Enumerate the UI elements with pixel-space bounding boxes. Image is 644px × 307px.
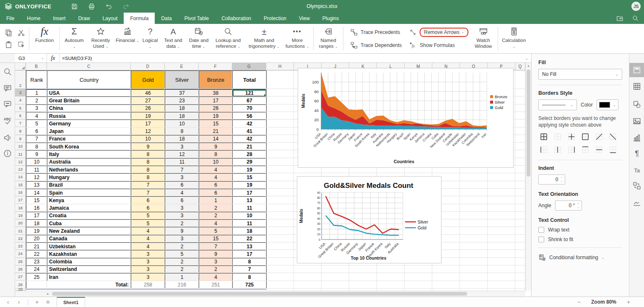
row-header-19[interactable]: 19: [15, 212, 26, 219]
border-outside-icon[interactable]: [580, 132, 591, 142]
table-cell[interactable]: 22: [26, 250, 47, 258]
row-header-10[interactable]: 10: [15, 143, 26, 150]
table-cell[interactable]: 6: [131, 197, 165, 204]
row-header-22[interactable]: 22: [15, 235, 26, 242]
table-cell[interactable]: 8: [199, 151, 233, 158]
border-right-icon[interactable]: [566, 145, 577, 155]
table-header-gold[interactable]: Gold: [131, 71, 165, 89]
paragraph-settings-icon[interactable]: ¶: [632, 149, 641, 158]
table-cell[interactable]: 12: [131, 127, 165, 135]
table-cell[interactable]: 4: [131, 227, 165, 235]
vertical-scroll-thumb[interactable]: [527, 70, 530, 177]
table-cell[interactable]: Kenya: [47, 197, 131, 204]
scroll-up-icon[interactable]: ▲: [526, 64, 531, 67]
table-cell[interactable]: 21: [26, 242, 47, 250]
table-row[interactable]: 22Kazakhstan35917: [26, 250, 267, 258]
table-cell[interactable]: 2: [165, 258, 199, 265]
logical-button[interactable]: ?Logical ⌄: [140, 26, 160, 52]
date-and-time-button[interactable]: Date and time ⌄: [187, 26, 211, 52]
table-cell[interactable]: 26: [199, 104, 233, 112]
table-cell[interactable]: 15: [233, 174, 267, 181]
table-row[interactable]: 9Italy812828: [26, 151, 267, 158]
table-cell[interactable]: 18: [165, 104, 199, 112]
horizontal-scrollbar[interactable]: ◄: [15, 291, 525, 297]
stacked-area-chart[interactable]: 020406080100USAGreat BritainChinaRussiaG…: [298, 68, 514, 168]
table-cell[interactable]: 18: [233, 227, 267, 235]
wrap-text-checkbox[interactable]: [538, 227, 544, 233]
table-cell[interactable]: Russia: [47, 112, 131, 120]
select-all-corner[interactable]: [15, 63, 26, 70]
table-cell[interactable]: Switzerland: [47, 265, 131, 273]
chat-icon[interactable]: [3, 99, 12, 109]
angle-stepper[interactable]: 0 ° ⌃⌄: [555, 200, 582, 211]
table-cell[interactable]: 8: [165, 127, 199, 135]
shape-settings-icon[interactable]: [632, 100, 641, 109]
pivot-table-settings-icon[interactable]: [632, 181, 641, 190]
table-cell[interactable]: 42: [233, 120, 267, 127]
table-cell[interactable]: 5: [131, 212, 165, 219]
border-inside-horizontal-icon[interactable]: [594, 145, 605, 155]
table-header-total[interactable]: Total: [233, 71, 267, 89]
border-diagonal-up-icon[interactable]: [594, 132, 605, 142]
table-cell[interactable]: 70: [233, 104, 267, 112]
table-cell[interactable]: 12: [165, 151, 199, 158]
table-cell[interactable]: 3: [131, 265, 165, 273]
column-header-c[interactable]: C: [47, 63, 131, 70]
table-cell[interactable]: 10: [165, 120, 199, 127]
row-header-2[interactable]: 2: [15, 70, 26, 89]
tab-data[interactable]: Data: [155, 13, 178, 24]
table-cell[interactable]: 5: [165, 250, 199, 258]
table-cell[interactable]: China: [47, 104, 131, 112]
sheet-list-button[interactable]: ≡: [42, 299, 53, 305]
name-box[interactable]: G3⌄: [15, 54, 47, 62]
table-cell[interactable]: Germany: [47, 120, 131, 127]
table-row[interactable]: 20Canada431522: [26, 235, 267, 242]
table-cell[interactable]: Uzbekistan: [47, 242, 131, 250]
table-cell[interactable]: 3: [165, 174, 199, 181]
table-cell[interactable]: 1: [199, 197, 233, 204]
row-header-13[interactable]: 13: [15, 166, 26, 173]
undo-icon[interactable]: [105, 3, 112, 10]
row-header-21[interactable]: 21: [15, 227, 26, 234]
table-cell[interactable]: Jamaica: [47, 204, 131, 212]
table-cell[interactable]: 3: [131, 250, 165, 258]
table-cell[interactable]: 11: [165, 158, 199, 166]
spellcheck-icon[interactable]: ABC: [3, 116, 12, 125]
table-cell[interactable]: 23: [26, 258, 47, 265]
table-row[interactable]: 14Spain74617: [26, 189, 267, 196]
more-functions-button[interactable]: •••More functions ⌄: [284, 26, 310, 52]
column-header-f[interactable]: F: [199, 63, 232, 70]
redo-icon[interactable]: [122, 3, 130, 10]
table-cell[interactable]: 28: [233, 151, 267, 158]
row-header-27[interactable]: 27: [15, 273, 26, 281]
table-cell[interactable]: 2: [199, 265, 233, 273]
border-color-select[interactable]: ⌄: [597, 99, 618, 110]
table-row[interactable]: 23Colombia3238: [26, 258, 267, 265]
insert-function-button[interactable]: fx: [47, 54, 60, 62]
tab-protection[interactable]: Protection: [257, 13, 293, 24]
row-header-4[interactable]: 4: [15, 96, 26, 104]
table-cell[interactable]: 10: [233, 212, 267, 219]
trace-precedents-button[interactable]: Trace Precedents: [350, 27, 402, 37]
table-cell[interactable]: 8: [233, 273, 267, 281]
table-cell[interactable]: 7: [199, 242, 233, 250]
table-row[interactable]: 5Germany17101542: [26, 120, 267, 127]
formula-input[interactable]: =SUM(D3:F3): [60, 54, 522, 62]
chart-settings-icon[interactable]: [632, 133, 641, 143]
lookup-and-reference-button[interactable]: Lookup and reference ⌄: [212, 26, 244, 52]
table-cell[interactable]: 7: [26, 135, 47, 143]
open-file-location-icon[interactable]: [616, 15, 623, 22]
table-row[interactable]: 17Croatia53210: [26, 212, 267, 219]
shrink-to-fit-checkbox[interactable]: [538, 237, 544, 242]
search-icon[interactable]: [3, 67, 12, 76]
row-header-25[interactable]: 25: [15, 258, 26, 265]
table-cell[interactable]: Great Britain: [47, 97, 131, 104]
text-art-settings-icon[interactable]: Ta: [632, 166, 641, 175]
select-range-icon[interactable]: [17, 41, 25, 49]
table-cell[interactable]: 3: [165, 204, 199, 212]
table-cell[interactable]: 6: [199, 181, 233, 189]
paste-icon[interactable]: [5, 41, 13, 49]
tab-plugins[interactable]: Plugins: [316, 13, 345, 24]
border-inside-vertical-icon[interactable]: [552, 145, 563, 155]
table-cell[interactable]: 25: [26, 273, 47, 281]
